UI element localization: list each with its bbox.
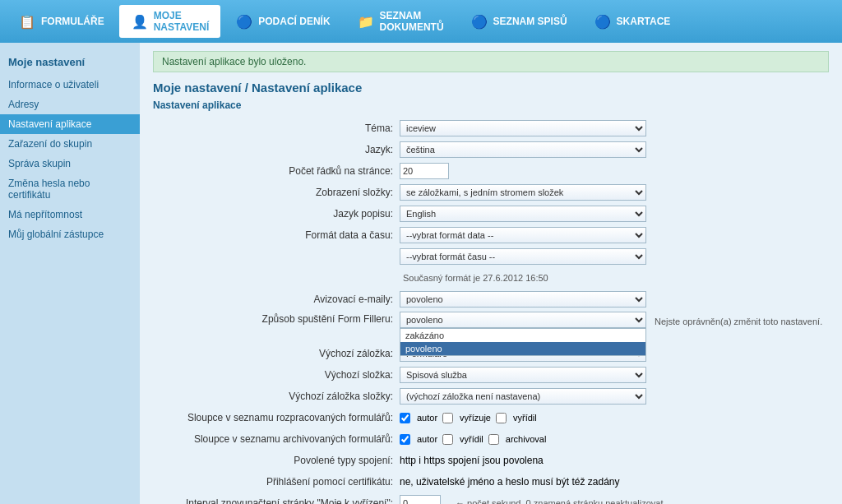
vychozi-zalozka-slozky-label: Výchozí záložka složky: bbox=[153, 391, 400, 402]
pocet-radku-input[interactable] bbox=[400, 163, 449, 179]
format-data-row: Formát data a času: --vybrat formát data… bbox=[153, 226, 829, 244]
moje-nastaveni-icon: 👤 bbox=[131, 12, 149, 30]
cb-rozpracovanych-vyrize-label: vyřízuje bbox=[460, 413, 491, 423]
cb-rozpracovanych-autor[interactable] bbox=[400, 413, 410, 423]
sidebar: Moje nastavení Informace o uživateli Adr… bbox=[0, 43, 140, 504]
format-data-label: Formát data a času: bbox=[153, 229, 400, 241]
sidebar-item-info-uzivateli[interactable]: Informace o uživateli bbox=[0, 75, 140, 95]
content-area: Nastavení aplikace bylo uloženo. Moje na… bbox=[140, 43, 842, 504]
cb-rozpracovanych-autor-label: autor bbox=[417, 413, 437, 423]
soucasny-format-value: Současný formát je 27.6.2012 16:50 bbox=[400, 272, 646, 284]
sidebar-title: Moje nastavení bbox=[0, 51, 140, 75]
pocet-radku-control bbox=[400, 163, 646, 179]
formulare-icon: 📋 bbox=[18, 12, 36, 30]
tema-select[interactable]: iceview bbox=[400, 120, 646, 136]
prihlaseni-row: Přihlášení pomocí certifikátu: ne, uživa… bbox=[153, 473, 829, 491]
prihlaseni-value: ne, uživatelské jméno a heslo musí být t… bbox=[400, 476, 646, 488]
cb-rozpracovanych-vyridil-label: vyřídil bbox=[513, 413, 537, 423]
povolene-typy-row: Povolené typy spojení: http i https spoj… bbox=[153, 451, 829, 469]
jazyk-popisu-row: Jazyk popisu: English bbox=[153, 205, 829, 223]
zpusob-dropdown-open: zakázáno povoleno bbox=[400, 328, 646, 356]
nav-formulare[interactable]: 📋 FORMULÁŘE bbox=[7, 5, 116, 38]
povolene-typy-text: http i https spojení jsou povolena bbox=[400, 455, 544, 466]
success-banner: Nastavení aplikace bylo uloženo. bbox=[153, 51, 829, 72]
jazyk-row: Jazyk: čeština bbox=[153, 141, 829, 159]
cb-archivovanych-autor[interactable] bbox=[400, 434, 410, 445]
format-data-select[interactable]: --vybrat formát data -- bbox=[400, 227, 646, 243]
tema-control: iceview bbox=[400, 120, 646, 136]
zobrazeni-slozky-select[interactable]: se záložkami, s jedním stromem složek bbox=[400, 184, 646, 201]
jazyk-select[interactable]: čeština bbox=[400, 141, 646, 158]
main-layout: Moje nastavení Informace o uživateli Adr… bbox=[0, 43, 842, 504]
cb-archivovanych-archival[interactable] bbox=[488, 434, 499, 445]
interval-input[interactable] bbox=[400, 495, 441, 504]
sidebar-item-nastaveni-aplikace[interactable]: Nastavení aplikace bbox=[0, 114, 140, 134]
vychozi-slozka-select[interactable]: Spisová služba bbox=[400, 367, 646, 383]
cb-archivovanych-vyridil-label: vyřídil bbox=[460, 434, 483, 444]
nav-moje-nastaveni[interactable]: 👤 MOJENASTAVENÍ bbox=[119, 5, 221, 38]
vychozi-zalozka-label: Výchozí záložka: bbox=[153, 348, 400, 359]
sloupce-rozpracovanych-row: Sloupce v seznamu rozpracovaných formulá… bbox=[153, 409, 829, 427]
sidebar-item-sprava-skupin[interactable]: Správa skupin bbox=[0, 154, 140, 173]
cb-rozpracovanych-vyrize[interactable] bbox=[442, 413, 453, 423]
nav-formulare-label: FORMULÁŘE bbox=[41, 16, 104, 27]
sidebar-item-muj-zasupce[interactable]: Můj globální zástupce bbox=[0, 224, 140, 244]
vychozi-zalozka-slozky-control: (výchozí záložka není nastavena) bbox=[400, 388, 646, 405]
zpusob-label: Způsob spuštění Form Filleru: bbox=[153, 312, 400, 325]
nav-skartace[interactable]: 🔵 SKARTACE bbox=[582, 5, 682, 38]
format-data-control: --vybrat formát data -- bbox=[400, 227, 646, 243]
sidebar-item-zarazeni-skupin[interactable]: Zařazení do skupin bbox=[0, 134, 140, 154]
sidebar-item-ma-nepritomnost[interactable]: Má nepřítomnost bbox=[0, 205, 140, 224]
no-permission-note: Nejste oprávněn(a) změnit toto nastavení… bbox=[655, 315, 822, 326]
skartace-icon: 🔵 bbox=[594, 12, 612, 30]
povolene-typy-label: Povolené typy spojení: bbox=[153, 455, 400, 466]
cb-archivovanych-vyridil[interactable] bbox=[442, 434, 453, 445]
format-casu-control: --vybrat formát času -- bbox=[400, 248, 646, 265]
vychozi-zalozka-slozky-select[interactable]: (výchozí záložka není nastavena) bbox=[400, 388, 646, 405]
sloupce-rozpracovanych-label: Sloupce v seznamu rozpracovaných formulá… bbox=[153, 412, 400, 423]
vychozi-slozka-control: Spisová služba bbox=[400, 367, 646, 383]
zpusob-select[interactable]: povoleno bbox=[400, 312, 646, 328]
prihlaseni-text: ne, uživatelské jméno a heslo musí být t… bbox=[400, 476, 619, 488]
page-title: Moje nastavení / Nastavení aplikace bbox=[153, 81, 829, 95]
pocet-radku-label: Počet řádků na stránce: bbox=[153, 165, 400, 177]
nav-seznam-dokumentu-label: SEZNAMDOKUMENTŮ bbox=[380, 10, 444, 33]
prihlaseni-label: Přihlášení pomocí certifikátu: bbox=[153, 476, 400, 488]
format-casu-select[interactable]: --vybrat formát času -- bbox=[400, 248, 646, 265]
avizovaci-select[interactable]: povoleno bbox=[400, 291, 646, 307]
avizovaci-label: Avizovací e-maily: bbox=[153, 294, 400, 305]
jazyk-popisu-label: Jazyk popisu: bbox=[153, 208, 400, 220]
sidebar-item-adresy[interactable]: Adresy bbox=[0, 95, 140, 114]
nav-moje-nastaveni-label: MOJENASTAVENÍ bbox=[154, 10, 210, 33]
zpusob-option-povoleno[interactable]: povoleno bbox=[400, 342, 645, 355]
nav-seznam-dokumentu[interactable]: 📁 SEZNAMDOKUMENTŮ bbox=[345, 5, 456, 38]
avizovaci-control: povoleno bbox=[400, 291, 646, 307]
vychozi-zalozka-slozky-row: Výchozí záložka složky: (výchozí záložka… bbox=[153, 387, 829, 405]
sloupce-archivovanych-control: autor vyřídil archivoval bbox=[400, 434, 646, 445]
avizovaci-row: Avizovací e-maily: povoleno bbox=[153, 290, 829, 308]
podaci-denik-icon: 🔵 bbox=[235, 12, 253, 30]
top-navigation: 📋 FORMULÁŘE 👤 MOJENASTAVENÍ 🔵 PODACÍ DEN… bbox=[0, 0, 842, 43]
nav-podaci-denik[interactable]: 🔵 PODACÍ DENÍK bbox=[224, 5, 341, 38]
cb-rozpracovanych-vyridil[interactable] bbox=[496, 413, 507, 423]
jazyk-popisu-control: English bbox=[400, 206, 646, 222]
sloupce-archivovanych-label: Sloupce v seznamu archivovaných formulář… bbox=[153, 433, 400, 445]
sidebar-item-zmena-hesla[interactable]: Změna hesla nebo certifikátu bbox=[0, 173, 140, 205]
format-casu-row: --vybrat formát času -- bbox=[153, 247, 829, 266]
zobrazeni-slozky-row: Zobrazení složky: se záložkami, s jedním… bbox=[153, 183, 829, 201]
jazyk-control: čeština bbox=[400, 141, 646, 158]
soucasny-format-row: Současný formát je 27.6.2012 16:50 bbox=[153, 269, 829, 287]
interval-control-group: ← počet sekund, 0 znamená stránku neaktu… bbox=[400, 495, 664, 504]
zpusob-option-zakazano[interactable]: zakázáno bbox=[400, 329, 645, 342]
nav-seznam-spisu[interactable]: 🔵 SEZNAM SPISŮ bbox=[459, 5, 579, 38]
sloupce-rozpracovanych-control: autor vyřízuje vyřídil bbox=[400, 413, 646, 423]
nav-seznam-spisu-label: SEZNAM SPISŮ bbox=[493, 16, 567, 27]
interval-label: Interval znovunačtení stránky "Moje k vy… bbox=[153, 497, 400, 504]
interval-note: ← počet sekund, 0 znamená stránku neaktu… bbox=[456, 498, 664, 504]
povolene-typy-value: http i https spojení jsou povolena bbox=[400, 455, 646, 466]
cb-archivovanych-archival-label: archivoval bbox=[506, 434, 547, 444]
nav-podaci-denik-label: PODACÍ DENÍK bbox=[258, 16, 330, 27]
sloupce-archivovanych-row: Sloupce v seznamu archivovaných formulář… bbox=[153, 430, 829, 448]
pocet-radku-row: Počet řádků na stránce: bbox=[153, 162, 829, 180]
jazyk-popisu-select[interactable]: English bbox=[400, 206, 646, 222]
